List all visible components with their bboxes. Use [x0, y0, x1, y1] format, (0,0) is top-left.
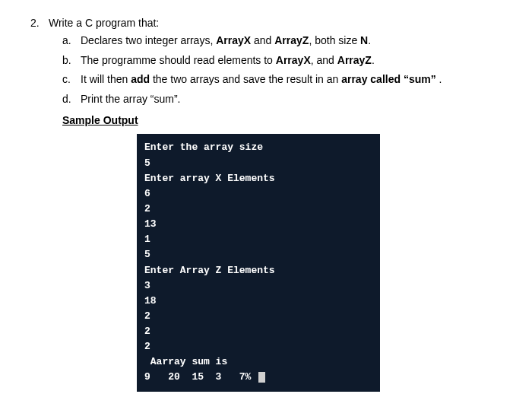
bold-part: ArrayX: [216, 34, 251, 46]
item-text: The programme should read elements to Ar…: [81, 53, 502, 68]
text-part: , and: [311, 54, 337, 66]
question-number: 2.: [30, 17, 49, 29]
item-text: Declares two integer arrays, ArrayX and …: [81, 33, 502, 49]
item-letter: a.: [62, 33, 81, 49]
bold-part: ArrayX: [276, 54, 311, 66]
text-part: It will then: [81, 73, 131, 85]
text-part: .: [436, 73, 442, 85]
terminal-output: Enter the array size 5 Enter array X Ele…: [137, 134, 380, 391]
terminal-line: Aarray sum is: [144, 356, 227, 367]
item-letter: c.: [62, 72, 81, 87]
terminal-line: 5: [144, 157, 150, 169]
bold-part: array called “sum”: [341, 73, 436, 85]
item-letter: b.: [62, 53, 81, 68]
text-part: the two arrays and save the result in an: [150, 73, 341, 85]
question-text: Write a C program that:: [49, 17, 502, 29]
terminal-line: 1: [144, 234, 150, 245]
text-part: and: [251, 34, 274, 46]
cursor-icon: [258, 372, 265, 383]
bold-part: N: [360, 34, 368, 46]
item-text: It will then add the two arrays and save…: [81, 72, 502, 87]
terminal-line: 13: [144, 218, 157, 230]
item-letter: d.: [62, 92, 81, 107]
item-text: Print the array “sum”.: [81, 92, 502, 107]
terminal-line: 9 20 15 3 7%: [144, 371, 257, 383]
terminal-line: 2: [144, 326, 150, 337]
terminal-line: Enter array X Elements: [144, 173, 275, 184]
terminal-line: 18: [144, 295, 157, 307]
terminal-line: 2: [144, 203, 150, 214]
terminal-line: 2: [144, 341, 150, 352]
text-part: Declares two integer arrays,: [81, 34, 216, 46]
terminal-line: 6: [144, 188, 150, 199]
terminal-line: 5: [144, 249, 150, 260]
item-b: b. The programme should read elements to…: [62, 53, 502, 68]
sub-list: a. Declares two integer arrays, ArrayX a…: [62, 33, 502, 106]
text-part: .: [368, 34, 371, 46]
item-c: c. It will then add the two arrays and s…: [62, 72, 502, 87]
bold-part: add: [131, 73, 150, 85]
terminal-line: 2: [144, 310, 150, 322]
text-part: The programme should read elements to: [81, 54, 276, 66]
terminal-line: 3: [144, 280, 150, 291]
bold-part: ArrayZ: [337, 54, 372, 66]
question-row: 2. Write a C program that:: [30, 17, 502, 29]
text-part: .: [372, 54, 375, 66]
sample-output-heading: Sample Output: [62, 114, 502, 126]
item-d: d. Print the array “sum”.: [62, 92, 502, 107]
bold-part: ArrayZ: [274, 34, 309, 46]
item-a: a. Declares two integer arrays, ArrayX a…: [62, 33, 502, 49]
text-part: Print the array “sum”.: [81, 93, 180, 105]
terminal-line: Enter the array size: [144, 141, 263, 153]
terminal-line: Enter Array Z Elements: [144, 265, 275, 276]
text-part: , both size: [309, 34, 360, 46]
